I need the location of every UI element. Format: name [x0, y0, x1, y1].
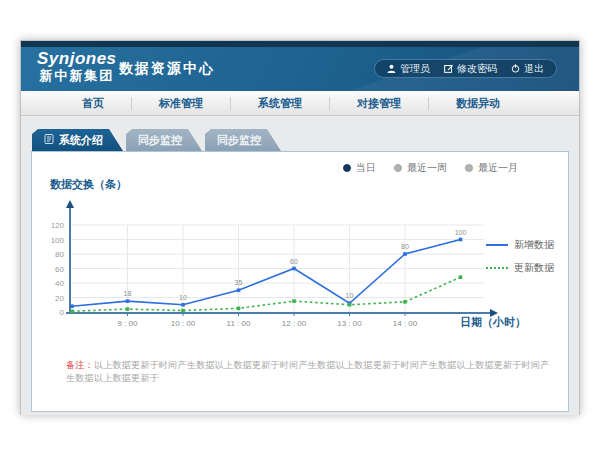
data-point: [126, 307, 130, 311]
footnote-text: 以上数据更新于时间产生数据以上数据更新于时间产生数据以上数据更新于时间产生数据以…: [66, 360, 550, 383]
chart-legend: 新增数据 更新数据: [486, 238, 554, 275]
radio-label: 最近一周: [407, 161, 447, 175]
data-point: [126, 299, 130, 303]
power-icon: [511, 64, 520, 73]
radio-dot-icon: [465, 164, 473, 172]
y-tick-label: 0: [60, 308, 65, 317]
nav-item-standard-mgmt[interactable]: 标准管理: [132, 91, 230, 116]
logout-label: 退出: [524, 62, 544, 76]
data-point: [459, 238, 463, 242]
change-password-button[interactable]: 修改密码: [444, 62, 497, 76]
data-point-label: 80: [401, 243, 409, 250]
logo-company-text: 新中新集团: [37, 69, 117, 83]
user-menu: 管理员 修改密码 退出: [374, 59, 557, 78]
radio-dot-icon: [394, 164, 402, 172]
y-axis-title: 数据交换（条）: [50, 177, 127, 192]
data-point: [459, 275, 463, 279]
footnote: 备注：以上数据更新于时间产生数据以上数据更新于时间产生数据以上数据更新于时间产生…: [66, 359, 554, 385]
legend-item-updated-data: 更新数据: [486, 261, 554, 275]
x-axis-title: 日期（小时）: [460, 315, 526, 330]
y-tick-label: 100: [51, 236, 65, 245]
nav-item-home[interactable]: 首页: [55, 91, 131, 116]
logout-button[interactable]: 退出: [511, 62, 544, 76]
radio-dot-icon: [343, 164, 351, 172]
data-point: [237, 288, 241, 292]
y-tick-label: 80: [55, 250, 64, 259]
data-point: [348, 303, 352, 307]
data-point-label: 100: [455, 229, 467, 236]
data-point: [292, 299, 296, 303]
x-tick-label: 12 : 00: [282, 319, 307, 328]
document-icon: [44, 134, 54, 146]
legend-item-new-data: 新增数据: [486, 238, 554, 252]
data-point-label: 10: [346, 292, 354, 299]
x-tick-label: 11 : 00: [227, 319, 251, 328]
data-point: [403, 252, 407, 256]
line-chart: 0204060801001209 : 0010 : 0011 : 0012 : …: [40, 192, 520, 342]
time-range-filter: 当日 最近一周 最近一月: [343, 161, 518, 175]
tab-sync-monitor-2[interactable]: 同步监控: [205, 129, 281, 151]
x-tick-label: 13 : 00: [337, 319, 362, 328]
change-password-label: 修改密码: [457, 62, 497, 76]
data-point-label: 60: [290, 258, 298, 265]
edit-icon: [444, 64, 453, 73]
main-nav: 首页 标准管理 系统管理 对接管理 数据异动: [21, 91, 579, 116]
y-axis-arrow-icon: [66, 200, 74, 208]
user-icon: [387, 64, 396, 73]
legend-line-dotted-icon: [486, 267, 508, 269]
tab-system-intro[interactable]: 系统介绍: [32, 129, 123, 151]
legend-label: 新增数据: [514, 238, 554, 252]
data-point-label: 18: [124, 290, 132, 297]
y-tick-label: 40: [55, 279, 64, 288]
data-point: [292, 267, 296, 271]
tab-bar: 系统介绍 同步监控 同步监控: [32, 129, 281, 151]
x-tick-label: 14 : 00: [393, 319, 418, 328]
data-point: [237, 307, 241, 311]
y-tick-label: 120: [51, 221, 65, 230]
legend-label: 更新数据: [514, 261, 554, 275]
page-title: 数据资源中心: [119, 60, 215, 78]
data-point: [181, 309, 185, 313]
data-point: [70, 304, 74, 308]
legend-line-solid-icon: [486, 244, 508, 246]
radio-today[interactable]: 当日: [343, 161, 376, 175]
radio-last-month[interactable]: 最近一月: [465, 161, 518, 175]
tab-label: 系统介绍: [59, 133, 103, 148]
x-tick-label: 10 : 00: [171, 319, 196, 328]
user-profile-button[interactable]: 管理员: [387, 62, 430, 76]
tab-label: 同步监控: [138, 133, 182, 148]
y-tick-label: 60: [55, 265, 64, 274]
app-window: Synjones 新中新集团 数据资源中心 管理员 修改密码 退出 首页 标准管…: [20, 40, 580, 415]
radio-last-week[interactable]: 最近一周: [394, 161, 447, 175]
logo-brand-text: Synjones: [37, 50, 117, 69]
x-tick-label: 9 : 00: [117, 319, 138, 328]
data-point-label: 10: [179, 294, 187, 301]
data-point: [181, 303, 185, 307]
y-tick-label: 20: [55, 294, 64, 303]
nav-item-data-change[interactable]: 数据异动: [429, 91, 527, 116]
chart-panel: 当日 最近一周 最近一月 数据交换（条） 0204060801001209 : …: [31, 151, 569, 412]
tab-label: 同步监控: [217, 133, 261, 148]
logo: Synjones 新中新集团: [37, 50, 117, 83]
tab-sync-monitor-1[interactable]: 同步监控: [126, 129, 202, 151]
data-point-label: 35: [235, 279, 243, 286]
nav-item-interface-mgmt[interactable]: 对接管理: [330, 91, 428, 116]
nav-item-system-mgmt[interactable]: 系统管理: [231, 91, 329, 116]
footnote-label: 备注：: [66, 360, 94, 370]
content-area: 系统介绍 同步监控 同步监控 当日 最近一周: [21, 116, 579, 415]
user-name-label: 管理员: [400, 62, 430, 76]
data-point: [70, 309, 74, 313]
radio-label: 最近一月: [478, 161, 518, 175]
radio-label: 当日: [356, 161, 376, 175]
app-header: Synjones 新中新集团 数据资源中心 管理员 修改密码 退出: [21, 47, 579, 91]
data-point: [403, 300, 407, 304]
